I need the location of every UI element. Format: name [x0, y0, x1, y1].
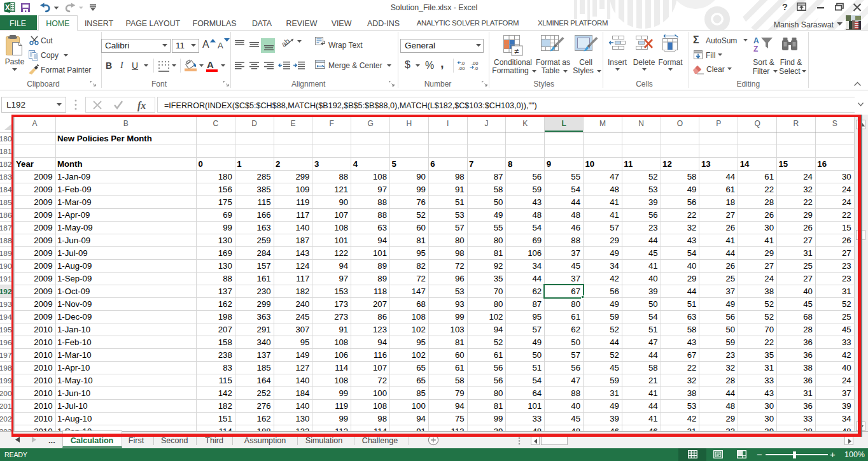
svg-text:fx: fx	[137, 100, 146, 111]
svg-text:.00: .00	[458, 66, 465, 71]
svg-text:A: A	[753, 36, 759, 45]
svg-text:.0: .0	[474, 66, 478, 71]
svg-text:X: X	[5, 3, 10, 12]
svg-text:≠: ≠	[514, 46, 519, 56]
svg-text:Z: Z	[753, 45, 758, 53]
